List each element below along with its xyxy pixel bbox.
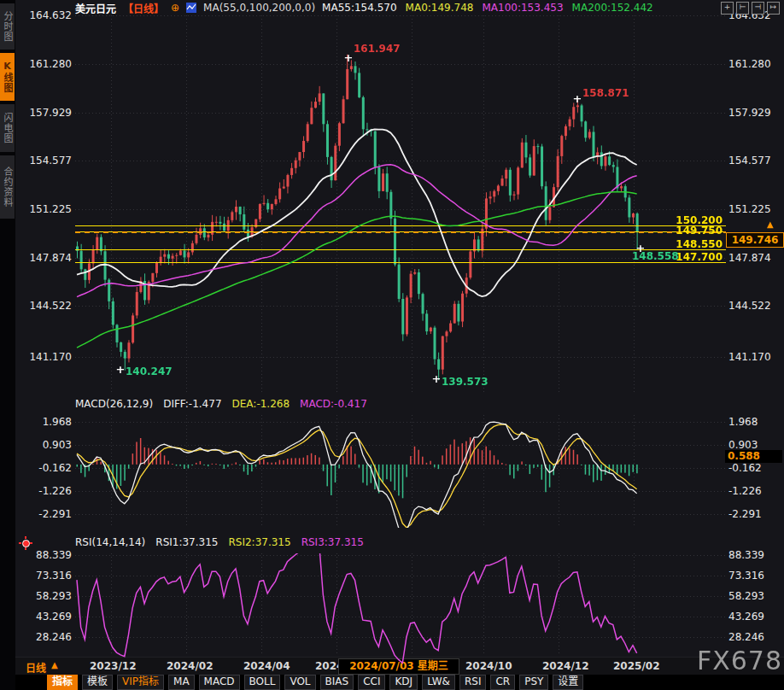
main-chart-canvas[interactable]	[75, 15, 726, 395]
price-annotation-158.871: 158.871	[582, 87, 629, 99]
ma-value-3: MA200:152.442	[572, 2, 653, 14]
last-price-tag: 149.746	[726, 232, 784, 248]
extreme-marker-icon: +	[573, 92, 582, 105]
rsi-axis-right: 88.339	[728, 549, 783, 561]
price-axis-right: 144.522	[728, 300, 783, 312]
rsi-axis-right: 43.269	[728, 611, 783, 623]
toolbar-item-PSY[interactable]: PSY	[519, 675, 548, 690]
macd-value-tag: 0.588	[725, 450, 782, 463]
toolbar-item-CCI[interactable]: CCI	[358, 675, 385, 690]
timeframe-dropdown-icon[interactable]: ▲	[51, 660, 58, 670]
level-label-148.550: 148.550	[598, 238, 723, 250]
sidebar-tab-分时图[interactable]: 分时图	[0, 3, 15, 50]
macd-axis-right: 1.968	[728, 416, 783, 428]
toolbar-item-CR[interactable]: CR	[490, 675, 515, 690]
rsi-title: RSI(14,14,14)	[75, 536, 145, 550]
price-axis-right: 157.929	[728, 107, 783, 119]
sidebar: 分时图K线图闪电图合约资料	[0, 0, 15, 690]
sidebar-tab-闪电图[interactable]: 闪电图	[0, 104, 15, 152]
shift-right-button[interactable]: ↦	[767, 2, 780, 15]
macd-axis-right: -1.226	[728, 485, 783, 497]
extreme-marker-icon: +	[636, 242, 646, 254]
toolbar-item-RSI[interactable]: RSI	[459, 675, 487, 690]
price-axis-right: 151.225	[728, 203, 783, 215]
macd-chart-canvas[interactable]	[75, 415, 726, 528]
toolbar-item-设置[interactable]: 设置	[553, 675, 583, 690]
chart-controls: +⊢⊣↦	[721, 2, 780, 15]
toolbar-item-BOLL[interactable]: BOLL	[244, 675, 281, 690]
ma-settings-label: MA(55,0,100,200,0,0)	[203, 2, 315, 14]
ma-values: MA55:154.570MA0:149.748MA100:153.453MA20…	[322, 2, 653, 14]
macd-value: MACD:-0.417	[300, 398, 367, 412]
toolbar-item-模板[interactable]: 模板	[82, 675, 113, 690]
macd-header: MACD(26,12,9) DIFF:-1.477 DEA:-1.268 MAC…	[75, 398, 367, 412]
price-axis-right: 141.170	[728, 351, 783, 363]
macd-axis-right: 0.903	[728, 439, 783, 451]
price-axis-right: 147.874	[728, 252, 783, 264]
macd-title: MACD(26,12,9)	[75, 398, 153, 412]
symbol-title: 美元日元	[75, 1, 116, 15]
scale-right-button[interactable]: ⊣	[752, 2, 764, 15]
macd-dea-value: DEA:-1.268	[232, 398, 290, 412]
price-up-arrow-icon[interactable]: ▲	[767, 219, 774, 229]
toolbar-item-MA[interactable]: MA	[168, 675, 195, 690]
toolbar-item-LW&[interactable]: LW&	[422, 675, 455, 690]
trading-terminal: 分时图K线图闪电图合约资料 美元日元 【日线】 ⊕ MA(55,0,100,20…	[0, 0, 784, 690]
live-indicator-icon	[19, 536, 32, 550]
rsi1-value: RSI1:37.315	[155, 536, 218, 550]
macd-diff-value: DIFF:-1.477	[163, 398, 221, 412]
period-label: 【日线】	[123, 1, 164, 15]
level-label-149.750: 149.750	[598, 225, 723, 237]
ma-value-1: MA0:149.748	[406, 2, 474, 14]
extreme-marker-icon: +	[116, 363, 126, 376]
ma-value-2: MA100:153.453	[482, 2, 563, 14]
macd-axis-right: -2.291	[728, 508, 783, 520]
rsi2-value: RSI2:37.315	[228, 536, 290, 550]
chart-header: 美元日元 【日线】 ⊕ MA(55,0,100,200,0,0) MA55:15…	[75, 0, 653, 15]
rsi-axis-right: 28.246	[728, 631, 783, 643]
rsi-chart-canvas[interactable]	[75, 553, 726, 664]
toolbar-item-指标[interactable]: 指标	[47, 675, 78, 690]
pan-button[interactable]: +	[721, 2, 734, 15]
extreme-marker-icon: +	[432, 372, 442, 385]
price-axis-right: 161.280	[728, 58, 783, 70]
macd-axis-right: -0.162	[728, 462, 783, 474]
sidebar-tab-K线图[interactable]: K线图	[0, 53, 15, 101]
toolbar-item-BIAS[interactable]: BIAS	[320, 675, 354, 690]
price-annotation-140.247: 140.247	[126, 365, 173, 377]
rsi-header: RSI(14,14,14) RSI1:37.315 RSI2:37.315 RS…	[75, 536, 364, 550]
add-indicator-icon[interactable]: ⊕	[171, 2, 179, 14]
watermark: FX678	[697, 646, 782, 675]
price-annotation-139.573: 139.573	[442, 376, 489, 388]
ma-value-0: MA55:154.570	[322, 2, 397, 14]
sidebar-tab-合约资料[interactable]: 合约资料	[0, 155, 15, 219]
scale-left-button[interactable]: ⊢	[736, 2, 749, 15]
timeframe-label[interactable]: 日线	[26, 660, 46, 675]
toolbar-item-KDJ[interactable]: KDJ	[389, 675, 418, 690]
toolbar-item-VOL[interactable]: VOL	[284, 675, 315, 690]
extreme-marker-icon: +	[344, 51, 354, 64]
rsi3-value: RSI3:37.315	[301, 536, 364, 550]
chart-type-icon[interactable]	[186, 3, 196, 13]
price-annotation-161.947: 161.947	[354, 43, 401, 55]
price-axis-right: 154.577	[728, 155, 783, 167]
indicator-toolbar: 指标模板VIP指标MAMACDBOLLVOLBIASCCIKDJLW&RSICR…	[15, 675, 784, 690]
toolbar-item-VIP指标[interactable]: VIP指标	[117, 675, 164, 690]
rsi-axis-right: 58.293	[728, 590, 783, 602]
toolbar-item-MACD[interactable]: MACD	[199, 675, 240, 690]
rsi-axis-right: 73.316	[728, 570, 783, 582]
